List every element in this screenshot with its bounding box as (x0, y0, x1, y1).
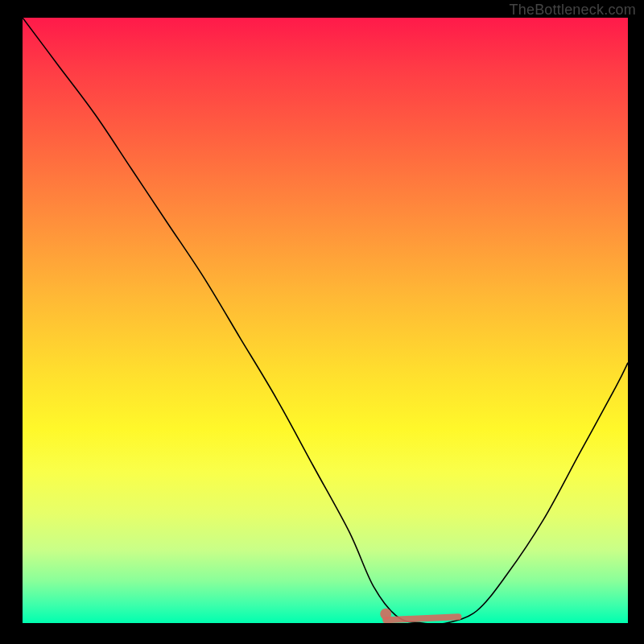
chart-plot-area (23, 18, 628, 623)
bottleneck-curve (23, 18, 628, 623)
chart-svg (23, 18, 628, 623)
optimal-range-highlight (386, 617, 458, 620)
chart-frame (6, 18, 638, 638)
optimal-range-dot (380, 609, 391, 620)
attribution-text: TheBottleneck.com (510, 2, 636, 19)
